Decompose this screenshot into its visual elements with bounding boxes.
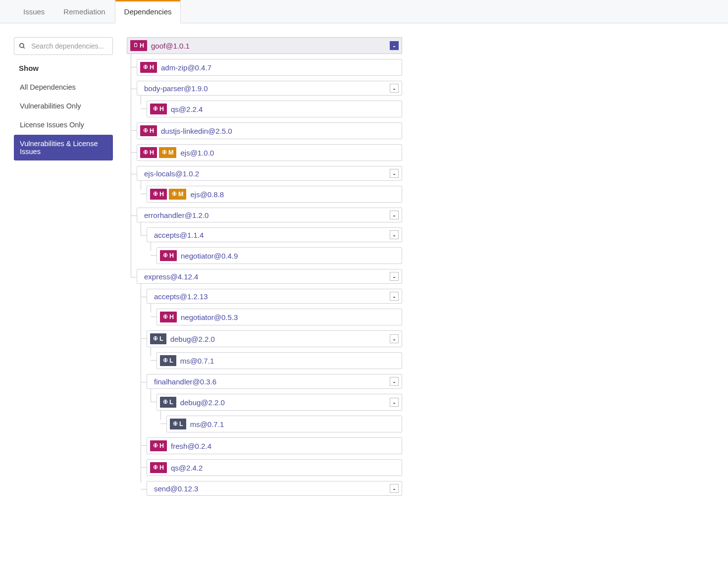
severity-letter: H <box>159 464 164 471</box>
tab-dependencies[interactable]: Dependencies <box>115 0 181 23</box>
clipboard-icon <box>133 42 138 49</box>
toggle-collapse[interactable]: - <box>390 377 399 386</box>
dependency-name: finalhandler@0.3.6 <box>154 377 386 386</box>
severity-letter: L <box>169 357 173 364</box>
svg-point-0 <box>20 44 24 48</box>
toggle-collapse[interactable]: - <box>390 292 399 301</box>
filter-license-issues-only[interactable]: License Issues Only <box>14 116 113 134</box>
severity-badge-high: H <box>160 312 177 322</box>
severity-badge-high: H <box>140 125 157 136</box>
dependency-node[interactable]: accepts@1.2.13 - <box>147 289 402 304</box>
globe-icon <box>153 191 158 198</box>
severity-badge-low: L <box>160 397 176 408</box>
severity-badge-high: H <box>130 40 147 51</box>
globe-icon <box>163 252 168 259</box>
severity-letter: H <box>140 42 144 49</box>
dependency-name: ms@0.7.1 <box>190 420 399 428</box>
filter-vulnerabilities-only[interactable]: Vulnerabilities Only <box>14 97 113 115</box>
dependency-node[interactable]: errorhandler@1.2.0 - <box>137 208 402 222</box>
badges: H <box>140 62 157 73</box>
dependency-name: adm-zip@0.4.7 <box>161 63 399 72</box>
dependency-node[interactable]: H fresh@0.2.4 <box>147 437 402 454</box>
toggle-collapse[interactable]: - <box>390 398 399 407</box>
severity-letter: H <box>150 127 154 134</box>
dependency-node[interactable]: H negotiator@0.5.3 <box>156 309 402 325</box>
tab-issues[interactable]: Issues <box>14 0 54 23</box>
search-icon <box>19 43 26 50</box>
toggle-collapse[interactable]: - <box>390 41 399 50</box>
severity-badge-low: L <box>170 419 186 429</box>
dependency-name: accepts@1.1.4 <box>154 231 386 239</box>
badges: H <box>150 440 167 451</box>
dependency-node[interactable]: H qs@2.4.2 <box>147 459 402 476</box>
dependency-node[interactable]: express@4.12.4 - <box>137 269 402 284</box>
severity-badge-low: L <box>160 355 176 366</box>
badges: H <box>160 250 177 261</box>
dependency-node[interactable]: ejs-locals@1.0.2 - <box>137 166 402 181</box>
severity-letter: L <box>169 399 173 406</box>
badges: H <box>160 312 177 322</box>
toggle-collapse[interactable]: - <box>390 484 399 493</box>
dependency-node[interactable]: L debug@2.2.0 - <box>156 394 402 411</box>
dependency-node[interactable]: accepts@1.1.4 - <box>147 227 402 242</box>
dependency-name: accepts@1.2.13 <box>154 292 386 301</box>
dependency-tree: H goof@1.0.1 - H adm-zip@0.4.7 body-pars… <box>127 37 402 501</box>
severity-badge-high: H <box>150 104 167 114</box>
sidebar: Show All Dependencies Vulnerabilities On… <box>14 37 113 501</box>
severity-letter: H <box>159 191 164 198</box>
dependency-node[interactable]: H goof@1.0.1 - <box>127 37 402 54</box>
search-input[interactable] <box>14 37 113 55</box>
severity-badge-medium: M <box>159 147 176 158</box>
severity-letter: M <box>178 191 183 198</box>
severity-letter: L <box>159 335 163 342</box>
badges: L <box>160 355 176 366</box>
dependency-name: negotiator@0.5.3 <box>181 313 399 321</box>
dependency-node[interactable]: H M ejs@0.8.8 <box>147 186 402 203</box>
badges: H <box>140 125 157 136</box>
dependency-node[interactable]: H adm-zip@0.4.7 <box>137 59 402 76</box>
dependency-node[interactable]: body-parser@1.9.0 - <box>137 81 402 96</box>
dependency-node[interactable]: H M ejs@1.0.0 <box>137 144 402 161</box>
severity-letter: H <box>169 314 174 320</box>
globe-icon <box>172 191 177 198</box>
badges: L <box>170 419 186 429</box>
dependency-name: dustjs-linkedin@2.5.0 <box>161 127 399 135</box>
dependency-name: qs@2.2.4 <box>171 105 399 113</box>
severity-letter: H <box>169 252 174 259</box>
globe-icon <box>143 149 148 156</box>
globe-icon <box>153 335 158 342</box>
dependency-name: body-parser@1.9.0 <box>144 84 386 93</box>
show-heading: Show <box>19 64 113 72</box>
dependency-node[interactable]: L debug@2.2.0 - <box>147 330 402 347</box>
toggle-collapse[interactable]: - <box>390 84 399 93</box>
filter-vulnerabilities-and-license[interactable]: Vulnerabilities & License Issues <box>14 135 113 160</box>
dependency-name: debug@2.2.0 <box>180 398 386 407</box>
toggle-collapse[interactable]: - <box>390 334 399 343</box>
globe-icon <box>163 399 168 406</box>
dependency-node[interactable]: H qs@2.2.4 <box>147 101 402 117</box>
toggle-collapse[interactable]: - <box>390 272 399 281</box>
toggle-collapse[interactable]: - <box>390 169 399 178</box>
filter-all-dependencies[interactable]: All Dependencies <box>14 78 113 96</box>
dependency-node[interactable]: L ms@0.7.1 <box>156 352 402 369</box>
severity-letter: H <box>150 64 154 71</box>
badges: H <box>130 40 147 51</box>
dependency-node[interactable]: H dustjs-linkedin@2.5.0 <box>137 122 402 139</box>
dependency-node[interactable]: L ms@0.7.1 <box>166 416 402 432</box>
tab-bar: Issues Remediation Dependencies <box>0 0 728 23</box>
dependency-name: send@0.12.3 <box>154 484 386 493</box>
toggle-collapse[interactable]: - <box>390 230 399 239</box>
dependency-name: ejs@0.8.8 <box>190 190 399 199</box>
dependency-name: express@4.12.4 <box>144 272 386 281</box>
dependency-node[interactable]: finalhandler@0.3.6 - <box>147 374 402 389</box>
severity-badge-high: H <box>150 462 167 473</box>
badges: H <box>150 104 167 114</box>
dependency-name: errorhandler@1.2.0 <box>144 211 386 219</box>
tab-remediation[interactable]: Remediation <box>54 0 114 23</box>
dependency-node[interactable]: send@0.12.3 - <box>147 481 402 496</box>
globe-icon <box>143 64 148 71</box>
dependency-name: debug@2.2.0 <box>170 335 386 343</box>
toggle-collapse[interactable]: - <box>390 211 399 219</box>
svg-line-1 <box>23 47 25 49</box>
dependency-node[interactable]: H negotiator@0.4.9 <box>156 247 402 264</box>
